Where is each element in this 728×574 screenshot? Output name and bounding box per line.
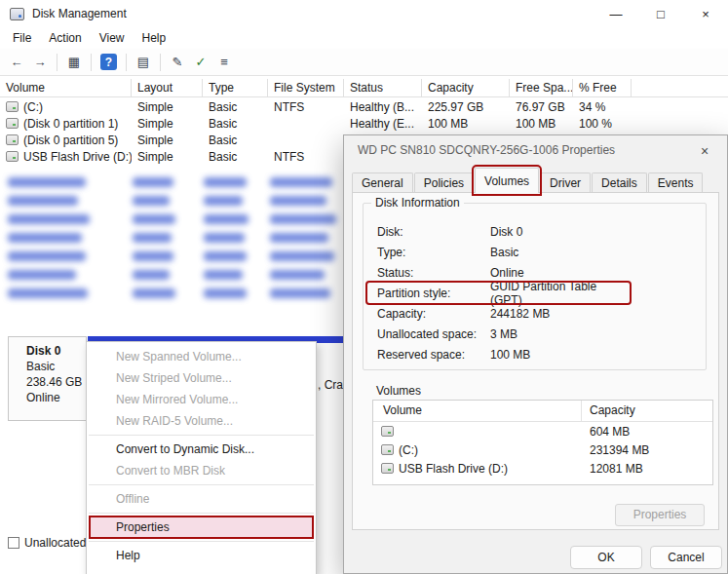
field-disk: Disk: Disk 0: [377, 221, 696, 242]
drive-icon: [6, 151, 19, 162]
volumes-column-volume[interactable]: Volume: [373, 401, 582, 421]
column-free-space[interactable]: Free Spa...: [510, 79, 573, 96]
column-capacity[interactable]: Capacity: [422, 79, 510, 96]
cell-file-system: NTFS: [268, 100, 344, 114]
drive-icon: [6, 134, 19, 145]
close-button[interactable]: ×: [683, 0, 728, 27]
menu-help[interactable]: Help: [134, 29, 175, 47]
app-icon: [10, 8, 24, 20]
column-status[interactable]: Status: [344, 79, 422, 96]
forward-icon[interactable]: →: [29, 52, 51, 73]
column-type[interactable]: Type: [203, 79, 268, 96]
toolbar-separator: [57, 54, 57, 71]
menu-item-new-striped-volume: New Striped Volume...: [87, 367, 316, 389]
tab-driver[interactable]: Driver: [540, 172, 591, 193]
cell-type: Basic: [203, 100, 268, 114]
column-percent-free[interactable]: % Free: [573, 79, 632, 96]
action-pane-icon[interactable]: ▤: [133, 52, 154, 73]
volumes-list-row[interactable]: USB Flash Drive (D:) 12081 MB: [373, 459, 712, 478]
toolbar-separator: [160, 54, 161, 71]
disk-properties-dialog: WD PC SN810 SDCQNRY-256G-1006 Properties…: [343, 134, 728, 574]
tab-general[interactable]: General: [352, 172, 413, 193]
cell-capacity: 100 MB: [422, 117, 510, 131]
column-layout[interactable]: Layout: [132, 79, 203, 96]
drive-icon: [381, 463, 394, 474]
unallocated-swatch-icon: [8, 537, 19, 549]
maximize-button[interactable]: □: [638, 0, 683, 27]
drive-icon: [6, 118, 19, 129]
ok-button[interactable]: OK: [570, 546, 642, 569]
column-file-system[interactable]: File System: [268, 79, 344, 96]
toolbar: ← → ▦ ? ▤ ✎ ✓ ≡: [0, 49, 728, 76]
cell-percent-free: 100 %: [573, 117, 632, 131]
disk-name: Disk 0: [26, 343, 84, 359]
cell-type: Basic: [203, 117, 268, 131]
volume-table-header: Volume Layout Type File System Status Ca…: [0, 79, 728, 97]
menu-item-offline: Offline: [87, 488, 316, 510]
cell-free-space: 100 MB: [510, 117, 573, 131]
cell-percent-free: 34 %: [573, 100, 632, 114]
column-volume[interactable]: Volume: [0, 79, 132, 96]
menu-file[interactable]: File: [4, 29, 40, 47]
volume-name: (Disk 0 partition 5): [23, 134, 118, 147]
field-type: Type: Basic: [377, 242, 696, 262]
group-heading: Disk Information: [371, 196, 464, 210]
field-unallocated-space: Unallocated space: 3 MB: [377, 324, 696, 344]
legend-unallocated: Unallocated: [8, 535, 90, 551]
volumes-heading: Volumes: [376, 384, 421, 398]
menu-item-new-spanned-volume: New Spanned Volume...: [87, 346, 316, 367]
drive-icon: [381, 444, 394, 455]
comment-icon[interactable]: ✎: [167, 52, 188, 73]
menu-item-convert-to-mbr-disk: Convert to MBR Disk: [87, 460, 316, 481]
volume-name: (Disk 0 partition 1): [23, 117, 118, 131]
cell-layout: Simple: [132, 150, 203, 164]
field-partition-style: Partition style: GUID Partition Table (G…: [367, 283, 630, 303]
toolbar-separator: [126, 54, 127, 71]
toolbar-separator: [91, 54, 92, 71]
cell-file-system: NTFS: [268, 150, 344, 164]
menu-item-new-mirrored-volume: New Mirrored Volume...: [87, 389, 316, 410]
disk-management-window: Disk Management — □ × File Action View H…: [0, 0, 728, 574]
tab-policies[interactable]: Policies: [414, 172, 474, 193]
cell-status: Healthy (B...: [344, 100, 422, 114]
column-filler: [632, 79, 728, 96]
volumes-list-row[interactable]: (C:) 231394 MB: [373, 440, 712, 459]
menu-separator: [89, 484, 314, 485]
menu-action[interactable]: Action: [40, 29, 90, 47]
tab-volumes[interactable]: Volumes: [475, 168, 539, 193]
volumes-list-row[interactable]: 604 MB: [373, 422, 712, 440]
menu-bar: File Action View Help: [0, 27, 728, 49]
volumes-column-capacity[interactable]: Capacity: [582, 401, 712, 421]
volumes-list-header: Volume Capacity: [373, 401, 712, 422]
cell-layout: Simple: [132, 100, 203, 114]
cell-layout: Simple: [132, 117, 203, 131]
dialog-close-icon[interactable]: ×: [690, 139, 719, 162]
tab-events[interactable]: Events: [648, 172, 704, 193]
cell-free-space: 76.97 GB: [510, 100, 573, 114]
menu-item-properties[interactable]: Properties: [90, 517, 313, 538]
disk-information-group: Disk Information Disk: Disk 0 Type: Basi…: [363, 203, 707, 370]
drive-icon: [381, 426, 394, 437]
minimize-button[interactable]: —: [594, 0, 638, 27]
cancel-button[interactable]: Cancel: [650, 546, 722, 569]
cell-capacity: 225.97 GB: [422, 100, 510, 114]
help-icon[interactable]: ?: [100, 54, 117, 70]
disk-context-menu: New Spanned Volume... New Striped Volume…: [86, 341, 317, 574]
disk-status: Online: [26, 390, 84, 405]
console-tree-icon[interactable]: ▦: [63, 52, 85, 73]
tab-details[interactable]: Details: [592, 172, 647, 193]
check-icon[interactable]: ✓: [190, 52, 211, 73]
menu-view[interactable]: View: [91, 29, 134, 47]
menu-item-help[interactable]: Help: [87, 545, 316, 566]
menu-item-convert-to-dynamic-disk[interactable]: Convert to Dynamic Disk...: [87, 439, 316, 460]
table-row[interactable]: (Disk 0 partition 1) Simple Basic Health…: [0, 115, 728, 132]
field-capacity: Capacity: 244182 MB: [377, 303, 696, 324]
disk0-panel[interactable]: Disk 0 Basic 238.46 GB Online: [8, 336, 87, 421]
back-icon[interactable]: ←: [6, 52, 27, 73]
script-icon[interactable]: ≡: [213, 52, 235, 73]
volume-properties-button: Properties: [615, 504, 705, 526]
cell-type: Basic: [203, 150, 268, 164]
partition-status-fragment: , Cra: [318, 378, 343, 392]
dialog-title: WD PC SN810 SDCQNRY-256G-1006 Properties: [344, 135, 688, 165]
table-row[interactable]: (C:) Simple Basic NTFS Healthy (B... 225…: [0, 98, 728, 115]
